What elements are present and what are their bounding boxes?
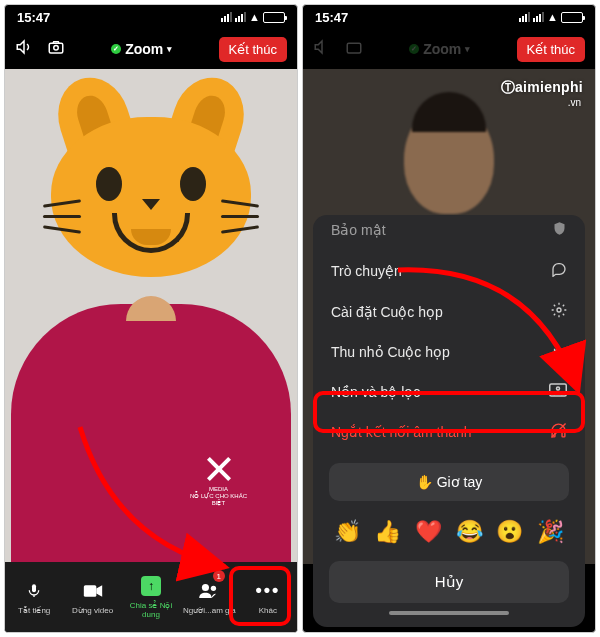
share-label: Chia sẻ Nội dung — [122, 601, 180, 619]
reaction-clap[interactable]: 👏 — [334, 519, 361, 545]
speaker-icon[interactable] — [15, 38, 33, 60]
background-filters-row[interactable]: Nền và bộ lọc — [313, 372, 585, 411]
reaction-thumbsup[interactable]: 👍 — [374, 519, 401, 545]
svg-rect-6 — [347, 43, 361, 53]
video-icon — [83, 580, 103, 602]
speaker-icon[interactable] — [313, 38, 331, 60]
more-icon: ••• — [255, 580, 280, 602]
cellular-icon-2 — [235, 12, 246, 22]
status-bar: 15:47 ▲ — [303, 5, 595, 29]
status-indicators: ▲ — [519, 11, 583, 23]
status-time: 15:47 — [17, 10, 50, 25]
meeting-title-text: Zoom — [125, 41, 163, 57]
svg-rect-3 — [83, 585, 96, 597]
mute-label: Tắt tiếng — [18, 606, 50, 615]
cellular-icon — [519, 12, 530, 22]
wifi-icon: ▲ — [547, 11, 558, 23]
chat-icon — [551, 261, 567, 280]
video-feed: MEDIANỖ LỰC CHO KHÁC BIỆT — [5, 69, 297, 564]
gear-icon — [551, 302, 567, 321]
mute-button[interactable]: Tắt tiếng — [5, 562, 63, 632]
meeting-settings-row[interactable]: Cài đặt Cuộc họp — [313, 291, 585, 332]
reaction-wow[interactable]: 😮 — [496, 519, 523, 545]
watermark-brand: Ⓣaimienphi — [501, 79, 583, 97]
home-indicator — [389, 611, 509, 615]
security-label: Bảo mật — [331, 222, 386, 238]
share-icon: ↑ — [141, 575, 161, 597]
camera-switch-icon[interactable] — [345, 38, 363, 60]
status-indicators: ▲ — [221, 11, 285, 23]
filters-icon — [549, 383, 567, 400]
headphones-off-icon — [550, 422, 567, 442]
end-meeting-button[interactable]: Kết thúc — [219, 37, 287, 62]
chevron-down-icon: ▾ — [167, 44, 172, 54]
cellular-icon — [221, 12, 232, 22]
reaction-laugh[interactable]: 😂 — [456, 519, 483, 545]
chat-label: Trò chuyện — [331, 263, 402, 279]
svg-rect-2 — [32, 584, 36, 592]
share-content-button[interactable]: ↑ Chia sẻ Nội dung — [122, 562, 180, 632]
battery-icon — [263, 12, 285, 23]
minimize-label: Thu nhỏ Cuộc họp — [331, 344, 450, 360]
more-button[interactable]: ••• Khác — [239, 562, 297, 632]
person-torso: MEDIANỖ LỰC CHO KHÁC BIỆT — [11, 304, 291, 564]
participants-label: Người...am gia — [183, 606, 236, 615]
reaction-heart[interactable]: ❤️ — [415, 519, 442, 545]
shield-icon: ✓ — [111, 44, 121, 54]
microphone-icon — [26, 580, 42, 602]
chat-row[interactable]: Trò chuyện — [313, 250, 585, 291]
phone-screenshot-right: 15:47 ▲ ✓ Zoom ▾ Kết thúc Ⓣaimienphi .vn — [302, 4, 596, 633]
participants-badge: 1 — [213, 570, 225, 582]
meeting-bottom-bar: Tắt tiếng Dừng video ↑ Chia sẻ Nội dung … — [5, 562, 297, 632]
battery-icon — [561, 12, 583, 23]
meeting-top-bar: ✓ Zoom ▾ Kết thúc — [5, 29, 297, 69]
stop-video-button[interactable]: Dừng video — [63, 562, 121, 632]
svg-rect-11 — [562, 432, 565, 437]
wifi-icon: ▲ — [249, 11, 260, 23]
disconnect-label: Ngắt kết nối âm thanh — [331, 424, 472, 440]
security-row[interactable]: Bảo mật — [313, 215, 585, 250]
participants-button[interactable]: 1 Người...am gia — [180, 562, 238, 632]
svg-point-5 — [211, 585, 216, 590]
participants-icon — [198, 580, 220, 602]
chevron-down-icon: ▾ — [465, 44, 470, 54]
watermark-tld: .vn — [568, 97, 581, 108]
person-head-blur — [404, 104, 494, 214]
raise-hand-emoji: ✋ — [416, 474, 433, 490]
raise-hand-button[interactable]: ✋ Giơ tay — [329, 463, 569, 501]
more-label: Khác — [259, 606, 277, 615]
reactions-row: 👏 👍 ❤️ 😂 😮 🎉 — [313, 511, 585, 553]
svg-point-9 — [557, 387, 560, 390]
meeting-title[interactable]: ✓ Zoom ▾ — [409, 41, 470, 57]
svg-rect-0 — [49, 43, 63, 53]
minimize-meeting-row[interactable]: Thu nhỏ Cuộc họp — [313, 332, 585, 372]
svg-point-7 — [557, 308, 561, 312]
status-time: 15:47 — [315, 10, 348, 25]
filters-label: Nền và bộ lọc — [331, 384, 420, 400]
raise-hand-label: Giơ tay — [437, 474, 483, 490]
meeting-title[interactable]: ✓ Zoom ▾ — [111, 41, 172, 57]
settings-label: Cài đặt Cuộc họp — [331, 304, 443, 320]
cancel-button[interactable]: Hủy — [329, 561, 569, 603]
end-meeting-button[interactable]: Kết thúc — [517, 37, 585, 62]
more-options-sheet: Bảo mật Trò chuyện Cài đặt Cuộc họp Thu … — [313, 215, 585, 627]
cat-avatar-filter — [51, 89, 251, 279]
cellular-icon-2 — [533, 12, 544, 22]
status-bar: 15:47 ▲ — [5, 5, 297, 29]
reaction-tada[interactable]: 🎉 — [537, 519, 564, 545]
shield-icon: ✓ — [409, 44, 419, 54]
disconnect-audio-row[interactable]: Ngắt kết nối âm thanh — [313, 411, 585, 453]
phone-screenshot-left: 15:47 ▲ ✓ Zoom ▾ Kết thúc — [4, 4, 298, 633]
svg-point-4 — [202, 583, 209, 590]
shield-icon — [552, 221, 567, 239]
camera-switch-icon[interactable] — [47, 38, 65, 60]
meeting-top-bar: ✓ Zoom ▾ Kết thúc — [303, 29, 595, 69]
video-label: Dừng video — [72, 606, 113, 615]
minimize-icon — [552, 343, 567, 361]
svg-point-1 — [54, 46, 59, 51]
